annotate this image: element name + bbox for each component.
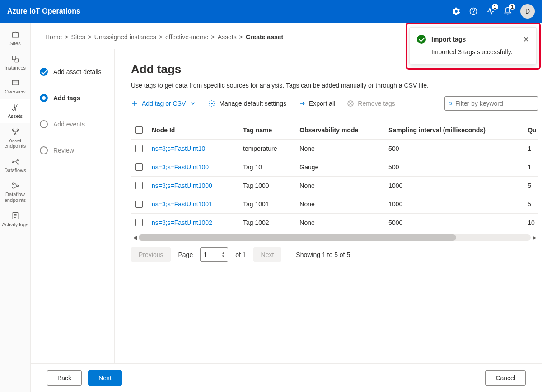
prev-page-button: Previous [131, 247, 171, 262]
row-checkbox[interactable] [136, 145, 143, 152]
table-row[interactable]: ns=3;s=FastUInt1001Tag 1001None10005 [131, 195, 538, 214]
showing-text: Showing 1 to 5 of 5 [296, 251, 350, 258]
manage-settings-button[interactable]: Manage default settings [208, 100, 286, 107]
filter-input[interactable] [455, 100, 534, 107]
cell-interval: 500 [384, 158, 523, 177]
settings-icon[interactable] [452, 7, 461, 16]
svg-point-14 [211, 103, 213, 104]
crumb-sites[interactable]: Sites [71, 33, 85, 41]
table-row[interactable]: ns=3;s=FastUInt100Tag 10Gauge5001 [131, 158, 538, 177]
notifications-badge: 1 [509, 4, 515, 10]
page-number-input[interactable]: 1 ▲▼ [200, 247, 228, 262]
svg-point-8 [17, 159, 19, 160]
row-checkbox[interactable] [136, 201, 143, 208]
cell-queue: 5 [523, 177, 538, 195]
table-row[interactable]: ns=3;s=FastUInt1002Tag 1002None500010 [131, 214, 538, 232]
help-icon[interactable] [469, 7, 478, 16]
cell-node-id[interactable]: ns=3;s=FastUInt100 [147, 158, 238, 177]
table-row[interactable]: ns=3;s=FastUInt10temperatureNone5001 [131, 140, 538, 158]
col-sampling-interval[interactable]: Sampling interval (milliseconds) [384, 121, 523, 140]
page-label: Page [178, 251, 193, 258]
rail-instances[interactable]: Instances [0, 51, 30, 75]
step-review[interactable]: Review [33, 142, 110, 159]
svg-point-7 [12, 161, 13, 162]
wizard-footer: Back Next Cancel [31, 363, 542, 392]
cell-interval: 1000 [384, 195, 523, 214]
toast-title: Import tags [431, 36, 518, 43]
rail-assets[interactable]: Assets [0, 99, 30, 123]
col-observability[interactable]: Observability mode [295, 121, 384, 140]
row-checkbox[interactable] [136, 182, 143, 189]
filter-input-wrapper[interactable] [444, 96, 538, 111]
row-checkbox[interactable] [136, 163, 143, 171]
crumb-instance[interactable]: effective-meme [165, 33, 208, 41]
cancel-button[interactable]: Cancel [485, 370, 526, 386]
cell-interval: 500 [384, 140, 523, 158]
svg-point-16 [449, 102, 452, 105]
rail-dataflows[interactable]: Dataflows [0, 153, 30, 177]
svg-point-5 [17, 129, 18, 130]
cell-observability: None [295, 177, 384, 195]
export-all-button[interactable]: Export all [298, 100, 335, 107]
table-row[interactable]: ns=3;s=FastUInt1000Tag 1000None10005 [131, 177, 538, 195]
next-button[interactable]: Next [88, 370, 122, 386]
rail-activity-logs[interactable]: Activity logs [0, 207, 30, 232]
cell-tag-name: Tag 1001 [238, 195, 295, 214]
import-toast: Import tags ✕ Imported 3 tags successful… [409, 27, 537, 64]
cell-observability: Gauge [295, 158, 384, 177]
col-node-id[interactable]: Node Id [147, 121, 238, 140]
cell-node-id[interactable]: ns=3;s=FastUInt1001 [147, 195, 238, 214]
notifications-icon[interactable]: 1 [503, 7, 512, 16]
remove-tags-button: Remove tags [347, 100, 395, 107]
horizontal-scrollbar[interactable]: ◀ ▶ [131, 234, 538, 241]
pagination: Previous Page 1 ▲▼ of 1 Next Showing 1 t… [131, 247, 538, 262]
rail-asset-endpoints[interactable]: Asset endpoints [0, 123, 30, 153]
cell-node-id[interactable]: ns=3;s=FastUInt1000 [147, 177, 238, 195]
svg-point-4 [12, 129, 14, 130]
cell-queue: 10 [523, 214, 538, 232]
diagnostics-icon[interactable]: 1 [486, 7, 495, 16]
add-tag-button[interactable]: Add tag or CSV [131, 100, 196, 107]
cell-interval: 5000 [384, 214, 523, 232]
rail-sites[interactable]: Sites [0, 26, 30, 51]
rail-dataflow-endpoints[interactable]: Dataflow endpoints [0, 177, 30, 207]
app-header: Azure IoT Operations 1 1 D [0, 0, 542, 23]
page-title: Add tags [131, 62, 538, 76]
svg-point-9 [17, 163, 19, 164]
step-add-tags[interactable]: Add tags [33, 89, 110, 107]
cell-node-id[interactable]: ns=3;s=FastUInt10 [147, 140, 238, 158]
cell-tag-name: temperature [238, 140, 295, 158]
cell-queue: 1 [523, 158, 538, 177]
cell-interval: 1000 [384, 177, 523, 195]
scroll-right-icon[interactable]: ▶ [531, 234, 538, 241]
col-queue[interactable]: Qu [523, 121, 538, 140]
back-button[interactable]: Back [47, 370, 82, 386]
toolbar: Add tag or CSV Manage default settings E… [131, 96, 538, 111]
svg-point-10 [12, 183, 14, 185]
crumb-home[interactable]: Home [45, 33, 62, 41]
tags-table: Node Id Tag name Observability mode Samp… [131, 121, 538, 232]
crumb-assets[interactable]: Assets [218, 33, 237, 41]
cell-tag-name: Tag 1002 [238, 214, 295, 232]
col-tag-name[interactable]: Tag name [238, 121, 295, 140]
crumb-unassigned[interactable]: Unassigned instances [94, 33, 156, 41]
page-spinner[interactable]: ▲▼ [221, 252, 225, 258]
cell-tag-name: Tag 10 [238, 158, 295, 177]
cell-observability: None [295, 214, 384, 232]
step-asset-details[interactable]: Add asset details [33, 63, 110, 80]
toast-close-button[interactable]: ✕ [523, 35, 529, 44]
cell-observability: None [295, 140, 384, 158]
next-page-button: Next [253, 247, 282, 262]
select-all-checkbox[interactable] [136, 126, 143, 134]
svg-point-6 [14, 133, 16, 135]
rail-overview[interactable]: Overview [0, 75, 30, 99]
cell-observability: None [295, 195, 384, 214]
crumb-current: Create asset [246, 33, 283, 41]
wizard-steps: Add asset details Add tags Add events Re… [31, 49, 115, 363]
step-add-events[interactable]: Add events [33, 116, 110, 133]
scroll-left-icon[interactable]: ◀ [131, 234, 139, 241]
cell-node-id[interactable]: ns=3;s=FastUInt1002 [147, 214, 238, 232]
avatar[interactable]: D [520, 4, 535, 19]
row-checkbox[interactable] [136, 219, 143, 226]
toast-message: Imported 3 tags successfully. [417, 48, 529, 56]
